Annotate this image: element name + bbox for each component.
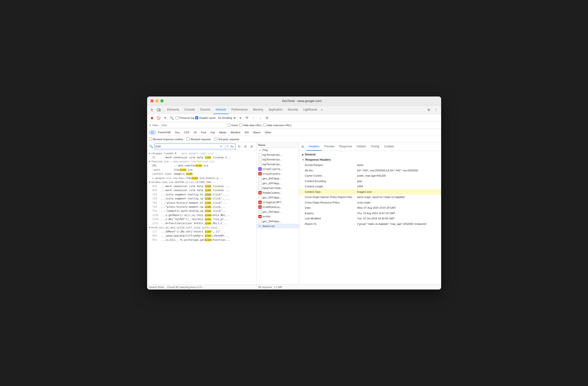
minimize-button[interactable] (155, 99, 159, 103)
settings-icon[interactable]: ⚙ (426, 107, 432, 113)
search-button[interactable]: 🔍 (169, 115, 175, 121)
result-item[interactable]: URL ...gle.com/favicon.ico (147, 164, 256, 168)
upload-icon[interactable]: ↑ (251, 115, 256, 121)
list-item[interactable]: gen_204?atyp... (256, 195, 299, 200)
list-item[interactable]: gen_204?atyp... (256, 176, 299, 181)
list-item[interactable]: JS m=kMFpHd,sy... (256, 205, 299, 209)
type-btn-fetch-xhr[interactable]: Fetch/XHR (156, 130, 173, 134)
type-btn-manifest[interactable]: Manifest (229, 130, 242, 134)
throttle-arrow-icon[interactable]: ▾ (237, 115, 243, 121)
clear-results-button[interactable]: ⊘ (243, 144, 248, 149)
record-button[interactable]: ⏺ (149, 115, 155, 121)
type-btn-js[interactable]: JS (192, 130, 199, 134)
list-item[interactable]: hpba?vet=10ah... (256, 186, 299, 190)
close-button[interactable] (150, 99, 153, 103)
disable-cache-checkbox[interactable] (195, 116, 198, 119)
list-item[interactable]: gen_204?atyp... (256, 219, 299, 224)
tab-preview[interactable]: Preview (322, 143, 337, 151)
tab-application[interactable]: Application (266, 106, 285, 114)
case-sensitive-toggle[interactable]: Aa (230, 144, 234, 149)
tab-sources[interactable]: Sources (198, 106, 213, 114)
result-group-header-2[interactable]: ▼ m=cdos,hsm,jsa,mb4ZUb,d,csi,cEt90b,SNU… (147, 180, 256, 184)
result-item[interactable]: 750 ..."place-history-moment.sp-icon-cli… (147, 205, 256, 209)
general-section-title[interactable]: ▶ General (299, 152, 441, 157)
list-item[interactable]: log?format=jso... (256, 157, 299, 162)
result-item[interactable]: 117 ...nDReve"));Bw.set("select_icon",_J… (147, 230, 256, 234)
disable-cache-label[interactable]: Disable cache (195, 116, 216, 119)
list-item[interactable]: gen_204?atyp... (256, 209, 299, 214)
list-item[interactable]: log?format=jso... (256, 152, 299, 157)
tab-security[interactable]: Security (285, 106, 300, 114)
filter-icon-btn[interactable]: ⏷ Filter (149, 124, 158, 127)
download-icon[interactable]: ↓ (257, 115, 263, 121)
type-btn-ws[interactable]: WS (243, 130, 251, 134)
type-btn-doc[interactable]: Doc (173, 130, 182, 134)
result-item[interactable]: 729 ...ivity-segment-tooltip.hl-icon-cli… (147, 193, 256, 196)
type-btn-all[interactable]: All (149, 130, 156, 134)
result-item[interactable]: 955 ...is,6}};_.fs.prototype.getIcon=fun… (147, 238, 256, 242)
list-item[interactable]: gen_204?atyp... (256, 181, 299, 186)
third-party-checkbox[interactable] (214, 138, 217, 141)
blocked-requests-label[interactable]: Blocked requests (187, 138, 210, 141)
tab-lighthouse[interactable]: Lighthouse (301, 106, 320, 114)
filter-input[interactable] (160, 123, 226, 128)
list-item[interactable]: JS m=syg9,aLUfP?... (256, 200, 299, 205)
result-item[interactable]: content-type: image/x-icon (147, 172, 256, 176)
preserve-log-checkbox[interactable] (176, 116, 179, 119)
result-item[interactable]: 750 ..."place-history-moment.hl-icon-cli… (147, 201, 256, 205)
tab-headers[interactable]: Headers (306, 143, 322, 151)
close-details-button[interactable]: ✕ (300, 144, 305, 149)
close-search-button[interactable]: ✕ (249, 144, 254, 149)
result-item[interactable]: 404 ...jpeg|jpg|png|tiff|webp|x-icon);ba… (147, 234, 256, 238)
hide-ext-urls-checkbox[interactable] (263, 124, 266, 127)
list-item[interactable]: JS m=hfcr (256, 214, 299, 219)
tab-initiator[interactable]: Initiator (354, 143, 368, 151)
list-item-favicon[interactable]: G favicon.ico (256, 224, 299, 228)
list-item[interactable]: JS RotateCookies... (256, 190, 299, 195)
throttle-select[interactable]: No throttling (216, 116, 236, 120)
tab-elements[interactable]: Elements (165, 106, 182, 114)
result-item[interactable]: 729 ...ivity-segment-tooltip.sp-icon-cli… (147, 196, 256, 201)
clear-search-icon[interactable]: ✕ (219, 144, 224, 149)
hide-ext-urls-label[interactable]: Hide extension URLs (263, 124, 291, 127)
tab-memory[interactable]: Memory (251, 106, 266, 114)
type-btn-other[interactable]: Other (263, 130, 273, 134)
response-headers-section-title[interactable]: ▼ Response Headers (299, 157, 441, 162)
result-group-header-3[interactable]: ▼ m=sb_wiz,aa,abd,sy12d,sytt,sytp,sy12c,… (147, 226, 256, 230)
result-group-header-1[interactable]: ▼ favicon.ico — www.google.com/favicon.i… (147, 159, 256, 164)
list-item[interactable]: JS m=syk7,sylc?xj... (256, 167, 299, 171)
result-item[interactable]: 2151 ...d=function(a){var b=this.icon.Eb… (147, 221, 256, 225)
hide-data-urls-checkbox[interactable] (239, 124, 242, 127)
result-item[interactable]: :path /favicon.ico (147, 168, 256, 172)
invert-checkbox[interactable] (228, 124, 231, 127)
result-item[interactable]: 450 ...mark canonical cite help icon lic… (147, 184, 256, 188)
type-btn-media[interactable]: Media (217, 130, 228, 134)
list-item[interactable]: ⊕ Ping (256, 148, 299, 152)
maximize-button[interactable] (160, 99, 164, 103)
preserve-log-label[interactable]: Preserve log (176, 116, 194, 119)
blocked-cookies-checkbox[interactable] (149, 138, 152, 141)
result-item[interactable]: 2150 ...s.Bb("JylPdf");_.Vn(this.icon,"t… (147, 217, 256, 221)
result-item[interactable]: 80 ...mark canonical cite help icon lice… (147, 155, 256, 159)
type-btn-css[interactable]: CSS (182, 130, 191, 134)
result-item[interactable]: x-google-scs-row-key: /favicon.ico:stati… (147, 176, 256, 180)
more-tabs-icon[interactable]: » (320, 108, 323, 111)
result-item[interactable]: 2150 ...s.getRoot().el(),a);this.icon=th… (147, 213, 256, 217)
filter-toggle-button[interactable]: ⏷ (162, 115, 168, 121)
more-options-icon[interactable]: ⋮ (433, 107, 439, 113)
invert-label[interactable]: Invert (228, 124, 238, 127)
result-group-header-0[interactable]: ▼ cb=gapi.loaded_0 — apis.google.com/_sc… (147, 151, 256, 155)
blocked-cookies-label[interactable]: Blocked response cookies (149, 138, 184, 141)
result-item[interactable]: 460 ...mark canonical cite help icon lic… (147, 188, 256, 192)
network-settings-icon[interactable]: ⚙ (264, 115, 270, 121)
list-item[interactable]: JS m=syv9,syv8,V... (256, 171, 299, 176)
hide-data-urls-label[interactable]: Hide data URLs (239, 124, 262, 127)
device-toggle-icon[interactable] (156, 107, 162, 113)
type-btn-img[interactable]: Img (209, 130, 217, 134)
blocked-requests-checkbox[interactable] (187, 138, 190, 141)
type-btn-wasm[interactable]: Wasm (251, 130, 262, 134)
tab-performance[interactable]: Performance (229, 106, 250, 114)
third-party-label[interactable]: 3rd-party requests (214, 138, 239, 141)
regex-toggle[interactable]: (.*) (224, 144, 229, 149)
tab-cookies[interactable]: Cookies (382, 143, 397, 151)
